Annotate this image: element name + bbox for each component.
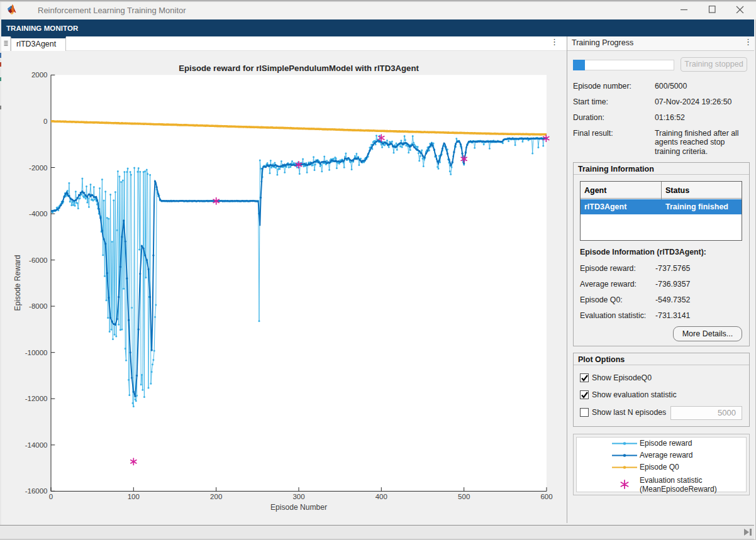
svg-text:-12000: -12000: [25, 395, 48, 402]
svg-text:300: 300: [292, 493, 304, 500]
svg-text:-14000: -14000: [25, 441, 48, 449]
svg-text:-2000: -2000: [29, 164, 47, 172]
svg-text:0: 0: [49, 493, 53, 500]
svg-text:-16000: -16000: [25, 487, 48, 495]
svg-text:500: 500: [458, 493, 470, 500]
svg-text:400: 400: [375, 493, 387, 500]
svg-text:-6000: -6000: [29, 256, 47, 264]
svg-text:100: 100: [128, 493, 140, 500]
svg-text:Episode Number: Episode Number: [270, 503, 327, 512]
svg-text:-10000: -10000: [25, 349, 48, 356]
svg-text:0: 0: [43, 118, 47, 125]
svg-text:600: 600: [540, 493, 552, 500]
svg-text:Episode Reward: Episode Reward: [13, 255, 22, 311]
svg-text:2000: 2000: [31, 71, 48, 79]
svg-text:-8000: -8000: [29, 302, 47, 310]
svg-text:-4000: -4000: [29, 210, 47, 218]
svg-text:Episode reward for rlSimplePen: Episode reward for rlSimplePendulumModel…: [179, 63, 419, 73]
svg-text:200: 200: [210, 493, 222, 500]
